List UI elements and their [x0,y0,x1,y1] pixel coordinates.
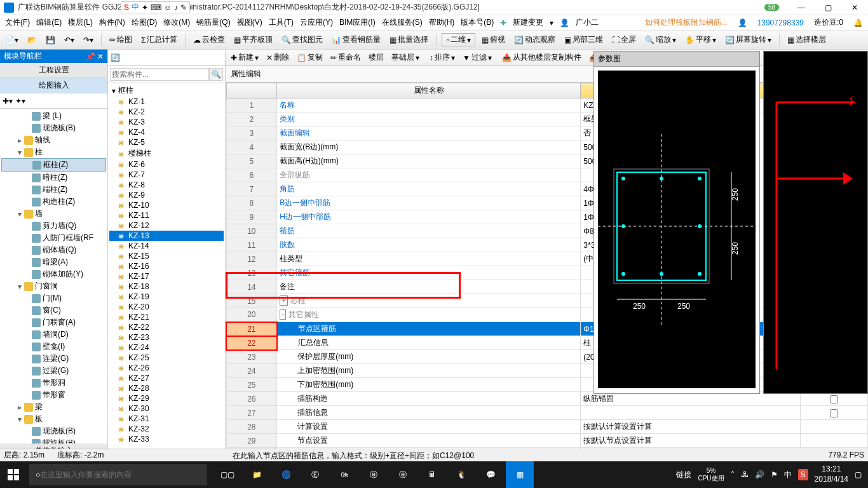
prop-name[interactable]: 箍筋 [277,224,581,238]
new-file-button[interactable]: 📄▾ [3,34,21,46]
tree-node[interactable]: 窗(C) [1,304,106,316]
copy-from-button[interactable]: 📥从其他楼层复制构件 [499,51,584,64]
tray-notif-icon[interactable]: ▢ [855,470,862,479]
tray-up-icon[interactable]: ˄ [731,470,735,479]
menu-steel[interactable]: 钢筋量(Q) [194,17,233,28]
prop-name[interactable]: 截面高(H边)(mm) [277,154,581,168]
delete-button[interactable]: ✕删除 [264,51,292,64]
prop-name[interactable]: 汇总信息 [277,336,581,350]
maximize-button[interactable]: ▢ [818,3,837,12]
prop-name[interactable]: -其它属性 [277,308,581,322]
prop-name[interactable]: 插筋信息 [277,406,581,420]
menu-edit[interactable]: 编辑(E) [34,17,64,28]
prop-value[interactable] [581,406,800,420]
zoom-button[interactable]: 🔍缩放 ▾ [642,33,679,46]
tree-node[interactable]: 现浇板(B) [1,425,106,437]
undo-button[interactable]: ↶▾ [62,34,77,46]
tree-node[interactable]: 带形洞 [1,377,106,389]
kz-item[interactable]: 楼梯柱 [109,147,224,159]
prop-name[interactable]: 保护层厚度(mm) [277,350,581,364]
copy-button[interactable]: 📋复制 [294,51,325,64]
menu-draw[interactable]: 绘图(D) [129,17,160,28]
menu-view[interactable]: 视图(V) [234,17,265,28]
refresh-icon[interactable]: 🔄 [111,53,120,62]
tray-sogou-icon[interactable]: S [798,469,808,480]
tray-link[interactable]: 链接 [676,470,691,480]
prop-name[interactable]: 下加密范围(mm) [277,378,581,392]
kz-item[interactable]: KZ-32 [109,424,224,434]
batch-button[interactable]: ▦批量选择 [387,33,431,46]
kz-item[interactable]: KZ-17 [109,271,224,281]
tree-node[interactable]: 梁 (L) [1,110,106,122]
base-button[interactable]: 基础层 ▾ [389,51,422,64]
menu-cloud[interactable]: 云应用(Y) [297,17,336,28]
app-taskview[interactable]: ▢▢ [214,461,241,488]
prop-name[interactable]: 名称 [277,98,581,112]
kz-item[interactable]: KZ-29 [109,393,224,403]
tree-node[interactable]: ▾板 [1,413,106,425]
new-button[interactable]: ✚新建 ▾ [228,51,261,64]
kz-item[interactable]: KZ-9 [109,190,224,200]
search-input[interactable] [110,68,209,81]
kz-item[interactable]: KZ-7 [109,170,224,180]
expand-icon[interactable]: ✚▾ [3,97,13,105]
prop-check[interactable] [800,420,867,434]
prop-name[interactable]: 全部纵筋 [277,168,581,182]
tree-node[interactable]: 剪力墙(Q) [1,220,106,232]
menu-component[interactable]: 构件(N) [97,17,128,28]
tree-node[interactable]: 人防门框墙(RF [1,232,106,244]
kz-item[interactable]: KZ-1 [109,97,224,107]
local3d-button[interactable]: ▣局部三维 [562,33,606,46]
app-store[interactable]: 🛍 [330,461,358,488]
collapse-icon[interactable]: ✦▾ [15,97,25,105]
kz-item[interactable]: KZ-24 [109,342,224,353]
menu-user[interactable]: 广小二 [573,17,601,28]
floor-button[interactable]: 楼层 [366,51,386,64]
tree-node[interactable]: 暗梁(A) [1,256,106,268]
app-explorer[interactable]: 📁 [243,461,271,488]
app-ie[interactable]: ⓔ [389,461,417,488]
menu-tool[interactable]: 工具(T) [266,17,296,28]
prop-name[interactable]: 节点设置 [277,434,581,448]
draw-button[interactable]: ✏绘图 [107,33,135,46]
prop-name[interactable]: 上加密范围(mm) [277,364,581,378]
tree-node[interactable]: 暗柱(Z) [1,172,106,184]
tree-node[interactable]: 砌体墙(Q) [1,244,106,256]
cloud-check-button[interactable]: ☁云检查 [191,33,227,46]
app-edge[interactable]: ⓔ [360,461,388,488]
kz-item[interactable]: KZ-15 [109,251,224,261]
tray-ime-icon[interactable]: 中 [784,470,792,480]
tree-node[interactable]: ▾墙 [1,208,106,220]
dim-select[interactable]: ▫二维 ▾ [442,33,475,46]
tray-cpu[interactable]: 5% CPU使用 [698,467,724,483]
ime-bar[interactable]: S 中 ✦ ⌨ ☺ ♪ ✎ [121,1,190,13]
filter-button[interactable]: ▼过滤 ▾ [460,51,494,64]
tray-clock[interactable]: 13:212018/4/14 [815,464,848,484]
tree-node[interactable]: 砌体加筋(Y) [1,268,106,280]
tree-node[interactable]: 螺旋板(B) [1,437,106,444]
prop-name[interactable]: +芯柱 [277,294,581,308]
prop-name[interactable]: 柱类型 [277,252,581,266]
kz-item[interactable]: KZ-14 [109,241,224,251]
prop-name[interactable]: 计算设置 [277,420,581,434]
menu-file[interactable]: 文件(F) [3,17,32,28]
tree-node[interactable]: ▸轴线 [1,134,106,146]
app-calc[interactable]: 🖩 [418,461,446,488]
tree-node[interactable]: 端柱(Z) [1,184,106,196]
close-button[interactable]: ✕ [845,3,864,12]
sort-button[interactable]: ↕排序 ▾ [427,51,458,64]
kz-item[interactable]: KZ-33 [109,434,224,444]
tree-node[interactable]: 构造柱(Z) [1,196,106,208]
kz-item[interactable]: KZ-30 [109,403,224,414]
app-wechat[interactable]: 💬 [477,461,505,488]
prop-name[interactable]: 其它箍筋 [277,266,581,280]
app-ggj[interactable]: ▦ [506,461,534,488]
kz-item[interactable]: KZ-21 [109,312,224,322]
kz-item[interactable]: KZ-6 [109,159,224,170]
minimize-button[interactable]: — [792,3,811,12]
prop-name[interactable]: 节点区箍筋 [277,322,581,336]
kz-item[interactable]: KZ-27 [109,373,224,383]
prop-check[interactable] [800,434,867,448]
prop-name[interactable]: 备注 [277,280,581,294]
app-qq[interactable]: 🐧 [447,461,475,488]
